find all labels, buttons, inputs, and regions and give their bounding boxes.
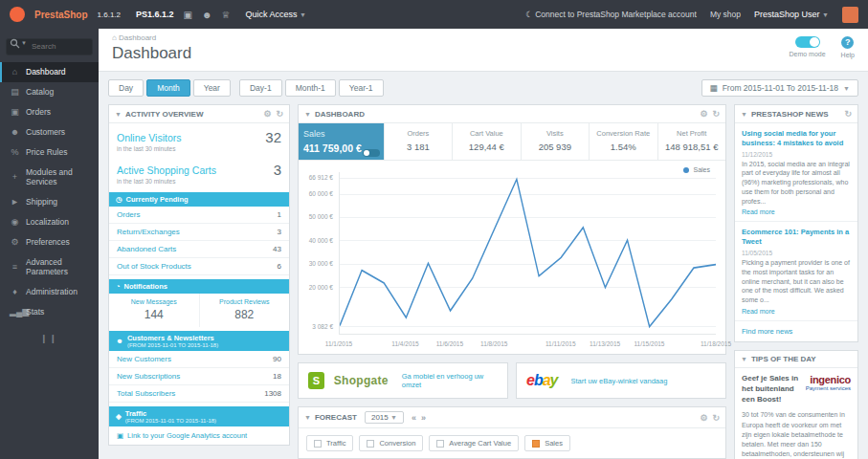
returns-row: Return/Exchanges 3 [109,224,289,241]
ebay-cta-link[interactable]: Start uw eBay-winkel vandaag [571,377,668,385]
demo-mode-toggle[interactable] [795,36,820,48]
sidebar-item-preferences[interactable]: ⚙ Preferences [0,232,99,252]
new-customers-link[interactable]: New Customers [117,355,171,363]
gear-icon[interactable]: ⚙ [700,413,707,423]
help-icon[interactable]: ? [841,36,854,49]
app-version: 1.6.1.2 [98,11,121,19]
clock-icon: ◷ [116,195,122,204]
news-article-link[interactable]: Using social media for your business: 4 … [742,129,851,148]
kpi-label: Cart Value [457,129,515,138]
kpi-net-profit[interactable]: Net Profit 148 918,51 € [658,123,725,160]
sidebar-item-modules[interactable]: + Modules and Services [0,163,99,192]
range-day-button[interactable]: Day [108,79,144,97]
cart-icon[interactable]: ▣ [184,10,192,20]
previous-period-icon[interactable]: « [412,413,416,423]
customer-icon[interactable]: ☻ [202,10,212,20]
refresh-icon[interactable]: ↻ [712,413,720,423]
shopgate-cta-link[interactable]: Ga mobiel en verhoog uw omzet [402,372,498,389]
online-visitors-link[interactable]: Online Visitors [117,132,182,143]
sidebar-item-stats[interactable]: ▂▄▆ Stats [0,302,99,322]
forecast-year-select[interactable]: 2015 ▼ [365,411,404,424]
marketplace-link[interactable]: ☾ Connect to PrestaShop Marketplace acco… [525,10,697,19]
forecast-year-value: 2015 [371,413,389,422]
kpi-sales[interactable]: Sales 411 759,00 € [299,123,385,160]
sidebar-item-customers[interactable]: ☻ Customers [0,122,99,142]
sidebar-collapse-icon[interactable]: ❙❙ [0,322,99,343]
active-carts-link[interactable]: Active Shopping Carts [117,164,216,176]
sidebar-item-localization[interactable]: ◉ Localization [0,212,99,232]
kpi-conversion-rate[interactable]: Conversion Rate 1.54% [590,123,657,160]
kpi-value: 1.54% [594,142,652,152]
avatar[interactable] [842,7,858,23]
prestashop-logo-icon [10,7,25,22]
total-subscribers-row: Total Subscribers 1308 [109,385,289,403]
sidebar-item-advanced-parameters[interactable]: ≡ Advanced Parameters [0,252,99,282]
activity-overview-panel: ▼ ACTIVITY OVERVIEW ⚙ ↻ Online Visitors … [108,104,290,446]
sidebar-item-label: Price Rules [26,147,67,157]
y-tick-label: 3 082 € [312,323,333,330]
kpi-cart-value[interactable]: Cart Value 129,44 € [453,123,521,160]
user-menu[interactable]: PrestaShop User ▼ [754,10,829,19]
range-month-1-button[interactable]: Month-1 [285,79,336,97]
google-analytics-link[interactable]: ▣ Link to your Google Analytics account [109,426,289,445]
forecast-conversion-checkbox[interactable]: Conversion [359,435,423,451]
refresh-icon[interactable]: ↻ [276,109,283,119]
sales-chart: Sales 66 912 €60 000 €50 000 €40 000 €30… [302,170,718,350]
new-subscriptions-link[interactable]: New Subscriptions [117,372,180,381]
trophy-icon[interactable]: ♕ [222,10,231,20]
find-more-news-link[interactable]: Find more news [735,321,857,341]
checkbox-icon [436,440,444,448]
sidebar-item-label: Customers [26,127,65,137]
range-day-1-button[interactable]: Day-1 [239,79,282,97]
section-title: Currently Pending [126,195,189,204]
next-period-icon[interactable]: » [421,413,426,423]
date-range-picker[interactable]: ▦ From 2015-11-01 To 2015-11-18 ▼ [701,79,858,97]
demo-mode-label: Demo mode [789,51,825,57]
new-subscriptions-row: New Subscriptions 18 [109,368,289,385]
range-year-button[interactable]: Year [193,79,231,97]
sidebar-item-dashboard[interactable]: ⌂ Dashboard [0,62,99,82]
abandoned-carts-link[interactable]: Abandoned Carts [117,245,176,253]
forecast-sales-checkbox[interactable]: Sales [524,435,570,451]
forecast-traffic-checkbox[interactable]: Traffic [306,435,353,451]
quick-access-menu[interactable]: Quick Access ▼ [246,10,306,19]
gear-icon[interactable]: ⚙ [700,109,707,119]
news-article-link[interactable]: Ecommerce 101: Payments in a Tweet [742,228,851,247]
my-shop-link[interactable]: My shop [710,10,741,19]
chevron-down-icon: ▼ [304,414,311,421]
forecast-average-cart-value-checkbox[interactable]: Average Cart Value [429,435,519,451]
user-name: PrestaShop User [754,10,820,19]
read-more-link[interactable]: Read more [742,308,851,315]
ebay-module-card: ebay Start uw eBay-winkel vandaag [516,362,726,399]
product-reviews-cell[interactable]: Product Reviews 882 [200,294,290,327]
admin-icon: ♦ [10,287,20,296]
kpi-orders[interactable]: Orders 3 181 [385,123,453,160]
kpi-visits[interactable]: Visits 205 939 [522,123,590,160]
product-reviews-label: Product Reviews [202,298,288,305]
range-month-button[interactable]: Month [146,79,190,97]
section-title: Traffic (FROM 2015-11-01 TO 2015-11-18) [125,409,216,424]
pending-orders-link[interactable]: Orders [117,210,140,219]
refresh-icon[interactable]: ↻ [844,109,852,119]
sidebar-item-orders[interactable]: ▣ Orders [0,102,99,122]
traffic-header: ◈ Traffic (FROM 2015-11-01 TO 2015-11-18… [109,406,289,426]
sidebar-item-shipping[interactable]: ► Shipping [0,192,99,212]
kpi-label: Sales [303,129,379,139]
refresh-icon[interactable]: ↻ [712,109,720,119]
range-year-1-button[interactable]: Year-1 [339,79,384,97]
forecast-panel-title: FORECAST [315,413,357,422]
out-of-stock-link[interactable]: Out of Stock Products [117,262,191,271]
returns-link[interactable]: Return/Exchanges [117,228,180,236]
gear-icon[interactable]: ⚙ [263,109,271,119]
sidebar-item-catalog[interactable]: ▤ Catalog [0,82,99,102]
total-subscribers-link[interactable]: Total Subscribers [117,389,175,398]
date-range-label: From 2015-11-01 To 2015-11-18 [723,83,838,93]
link-icon: ▣ [117,431,123,440]
new-messages-cell[interactable]: New Messages 144 [109,294,200,327]
sidebar-item-label: Localization [26,217,69,227]
kpi-value: 205 939 [526,142,584,152]
sales-toggle[interactable] [363,149,380,157]
sidebar-item-administration[interactable]: ♦ Administration [0,282,99,302]
read-more-link[interactable]: Read more [742,208,851,215]
sidebar-item-price-rules[interactable]: % Price Rules [0,142,99,163]
